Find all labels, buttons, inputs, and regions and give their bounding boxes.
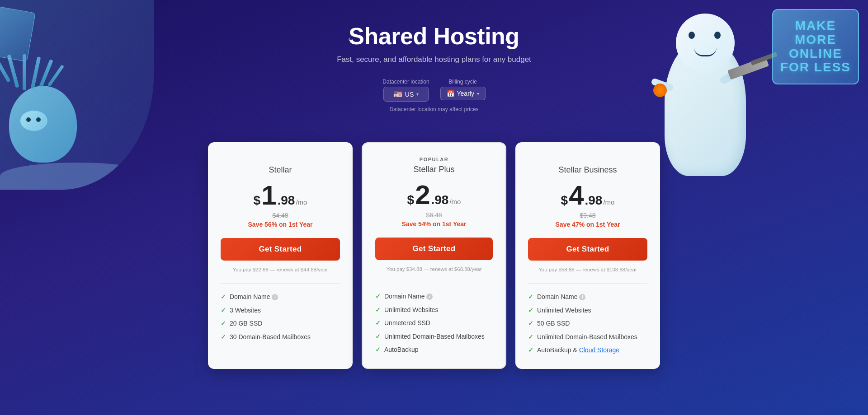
billing-control: Billing cycle 📅 Yearly ▾ [440, 79, 486, 102]
datacenter-control: Datacenter location 🇺🇸 US ▾ [382, 79, 429, 102]
feature-text: AutoBackup & Cloud Storage [537, 346, 619, 355]
plan-price: $ 4 .98 /mo [528, 182, 647, 209]
divider [221, 283, 340, 284]
billing-chevron-icon: ▾ [477, 91, 479, 96]
price-dollar: $ [561, 194, 568, 207]
feature-item: ✓ 50 GB SSD [528, 319, 647, 328]
feature-item: ✓ Unlimited Websites [375, 306, 493, 315]
price-amount: 1 [261, 182, 276, 209]
feature-text: 50 GB SSD [537, 319, 570, 328]
datacenter-note: Datacenter location may affect prices [9, 106, 859, 112]
check-icon: ✓ [528, 293, 533, 300]
check-icon: ✓ [221, 333, 226, 340]
feature-item: ✓ AutoBackup [375, 345, 493, 354]
price-amount: 2 [415, 182, 430, 209]
plan-name: Stellar Plus [375, 165, 493, 174]
feature-text: AutoBackup [384, 345, 419, 354]
feature-text: Unlimited Websites [384, 306, 439, 315]
feature-text: 3 Websites [230, 306, 261, 315]
feature-list: ✓ Domain Namei ✓ 3 Websites ✓ 20 GB SSD … [221, 293, 340, 341]
datacenter-select[interactable]: 🇺🇸 US ▾ [383, 87, 429, 102]
check-icon: ✓ [375, 319, 381, 326]
plan-name: Stellar Business [528, 165, 647, 175]
feature-item: ✓ Domain Namei [221, 293, 340, 302]
feature-list: ✓ Domain Namei ✓ Unlimited Websites ✓ Un… [375, 292, 493, 354]
feature-text: 30 Domain-Based Mailboxes [230, 333, 311, 342]
price-decimal: .98 [585, 193, 603, 208]
plan-card-stellar-plus: POPULAR Stellar Plus $ 2 .98 /mo $6.48 S… [362, 142, 506, 369]
price-amount: 4 [569, 182, 584, 209]
feature-item: ✓ Domain Namei [375, 292, 493, 301]
cloud-storage-link[interactable]: Cloud Storage [579, 346, 620, 354]
plan-card-stellar-business: Stellar Business $ 4 .98 /mo $9.48 Save … [515, 142, 660, 369]
us-flag-icon: 🇺🇸 [393, 90, 402, 98]
feature-item: ✓ 30 Domain-Based Mailboxes [221, 333, 340, 342]
check-icon: ✓ [375, 293, 381, 300]
hero-section: MAKE MORE ONLINE FOR LESS Shared Hosting… [0, 0, 868, 415]
feature-item: ✓ Unmetered SSD [375, 319, 493, 328]
plan-price: $ 2 .98 /mo [375, 182, 493, 209]
price-period: /mo [296, 198, 307, 206]
feature-text: Unlimited Domain-Based Mailboxes [384, 332, 485, 341]
plans-container: Stellar $ 1 .98 /mo $4.48 Save 56% on 1s… [163, 142, 705, 396]
page-title: Shared Hosting [9, 23, 859, 50]
price-decimal: .98 [278, 193, 295, 208]
price-period: /mo [603, 198, 614, 206]
datacenter-value: US [405, 91, 414, 98]
feature-item: ✓ Unlimited Domain-Based Mailboxes [375, 332, 493, 341]
feature-text: 20 GB SSD [230, 319, 262, 328]
check-icon: ✓ [528, 346, 533, 354]
price-dollar: $ [254, 194, 261, 207]
get-started-button[interactable]: Get Started [221, 238, 340, 261]
page-subtitle: Fast, secure, and affordable hosting pla… [9, 55, 859, 64]
feature-text: Unlimited Websites [537, 306, 591, 315]
check-icon: ✓ [375, 333, 381, 340]
billing-value: Yearly [457, 90, 474, 97]
plan-name: Stellar [221, 165, 340, 175]
price-dollar: $ [407, 194, 415, 206]
billing-select[interactable]: 📅 Yearly ▾ [440, 87, 486, 100]
datacenter-chevron-icon: ▾ [416, 92, 419, 97]
feature-text: Unlimited Domain-Based Mailboxes [537, 333, 637, 342]
info-icon[interactable]: i [272, 294, 278, 300]
price-decimal: .98 [431, 193, 449, 207]
feature-item: ✓ Domain Namei [528, 293, 647, 302]
save-text: Save 56% on 1st Year [221, 221, 340, 228]
feature-item: ✓ Unlimited Websites [528, 306, 647, 315]
info-icon[interactable]: i [426, 294, 433, 300]
page-header: Shared Hosting Fast, secure, and afforda… [0, 0, 868, 142]
get-started-button[interactable]: Get Started [375, 238, 493, 260]
filter-controls: Datacenter location 🇺🇸 US ▾ Billing cycl… [9, 79, 859, 102]
divider [375, 283, 493, 283]
feature-text: Domain Namei [384, 292, 433, 301]
feature-item: ✓ 20 GB SSD [221, 319, 340, 328]
original-price: $9.48 [528, 212, 647, 219]
check-icon: ✓ [221, 293, 226, 300]
info-icon[interactable]: i [579, 294, 585, 300]
check-icon: ✓ [528, 307, 533, 314]
datacenter-label: Datacenter location [382, 79, 429, 85]
payment-note: You pay $22.88 — renews at $44.88/year [221, 267, 340, 272]
feature-item: ✓ AutoBackup & Cloud Storage [528, 346, 647, 355]
save-text: Save 47% on 1st Year [528, 221, 647, 228]
check-icon: ✓ [375, 346, 381, 353]
plan-card-stellar: Stellar $ 1 .98 /mo $4.48 Save 56% on 1s… [208, 142, 353, 369]
check-icon: ✓ [528, 320, 533, 327]
feature-list: ✓ Domain Namei ✓ Unlimited Websites ✓ 50… [528, 293, 647, 355]
payment-note: You pay $34.88 — renews at $68.88/year [375, 266, 493, 272]
feature-text: Domain Namei [230, 293, 278, 302]
check-icon: ✓ [375, 306, 381, 313]
plan-price: $ 1 .98 /mo [221, 182, 340, 209]
feature-item: ✓ Unlimited Domain-Based Mailboxes [528, 333, 647, 342]
feature-text: Unmetered SSD [384, 319, 430, 328]
billing-label: Billing cycle [448, 79, 477, 85]
get-started-button[interactable]: Get Started [528, 238, 647, 261]
feature-text: Domain Namei [537, 293, 585, 302]
price-period: /mo [449, 198, 461, 205]
calendar-icon: 📅 [447, 90, 454, 97]
check-icon: ✓ [528, 333, 533, 340]
save-text: Save 54% on 1st Year [375, 220, 493, 228]
original-price: $4.48 [221, 212, 340, 219]
popular-badge: POPULAR [375, 157, 493, 162]
payment-note: You pay $58.88 — renews at $108.88/year [528, 267, 647, 272]
